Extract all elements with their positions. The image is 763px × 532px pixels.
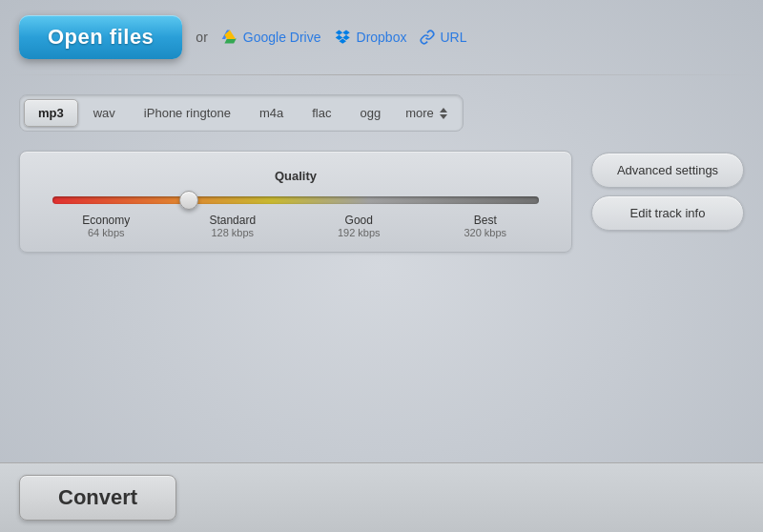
right-buttons: Advanced settings Edit track info	[591, 151, 744, 253]
slider-container	[52, 196, 539, 204]
mark-good-name: Good	[296, 214, 423, 227]
main-content: mp3 wav iPhone ringtone m4a flac ogg mor…	[0, 75, 763, 272]
slider-marks: Economy 64 kbps Standard 128 kbps Good 1…	[43, 214, 548, 238]
bottom-bar: Convert	[0, 462, 763, 532]
tab-wav[interactable]: wav	[80, 100, 129, 126]
mark-economy-kbps: 64 kbps	[43, 227, 170, 238]
dropbox-link[interactable]: Dropbox	[335, 29, 407, 46]
chevron-up-down-icon	[438, 106, 449, 121]
link-icon	[420, 30, 435, 45]
more-label: more	[405, 106, 434, 120]
url-link[interactable]: URL	[420, 30, 466, 45]
google-drive-icon	[221, 29, 238, 46]
url-label: URL	[440, 30, 466, 45]
convert-button[interactable]: Convert	[19, 475, 176, 521]
edit-track-info-button[interactable]: Edit track info	[591, 195, 744, 231]
mark-standard-kbps: 128 kbps	[170, 227, 297, 238]
mark-good: Good 192 kbps	[296, 214, 423, 238]
mark-best-kbps: 320 kbps	[423, 227, 549, 238]
tab-iphone-ringtone[interactable]: iPhone ringtone	[131, 100, 244, 126]
or-label: or	[196, 30, 207, 45]
quality-box: Quality Economy 64 kbps Standard 128 kbp…	[19, 151, 572, 253]
settings-panel: Quality Economy 64 kbps Standard 128 kbp…	[19, 151, 744, 253]
google-drive-link[interactable]: Google Drive	[221, 29, 321, 46]
mark-good-kbps: 192 kbps	[296, 227, 423, 238]
tab-more[interactable]: more	[396, 101, 459, 126]
quality-slider-track[interactable]	[52, 196, 539, 204]
tab-m4a[interactable]: m4a	[246, 100, 297, 126]
mark-best-name: Best	[423, 214, 549, 227]
mark-economy-name: Economy	[43, 214, 170, 227]
tab-flac[interactable]: flac	[299, 100, 344, 126]
dropbox-icon	[335, 29, 352, 46]
dropbox-label: Dropbox	[357, 30, 407, 45]
mark-standard-name: Standard	[170, 214, 297, 227]
quality-title: Quality	[43, 169, 548, 183]
google-drive-label: Google Drive	[243, 30, 321, 45]
tab-mp3[interactable]: mp3	[24, 99, 78, 127]
advanced-settings-button[interactable]: Advanced settings	[591, 153, 744, 188]
mark-economy: Economy 64 kbps	[43, 214, 170, 238]
quality-slider-thumb[interactable]	[179, 191, 198, 210]
mark-best: Best 320 kbps	[423, 214, 549, 238]
mark-standard: Standard 128 kbps	[170, 214, 297, 238]
format-tabs: mp3 wav iPhone ringtone m4a flac ogg mor…	[19, 94, 464, 132]
open-files-button[interactable]: Open files	[19, 15, 182, 59]
tab-ogg[interactable]: ogg	[346, 100, 394, 126]
top-bar: Open files or Google Drive Dropbox URL	[0, 0, 763, 74]
